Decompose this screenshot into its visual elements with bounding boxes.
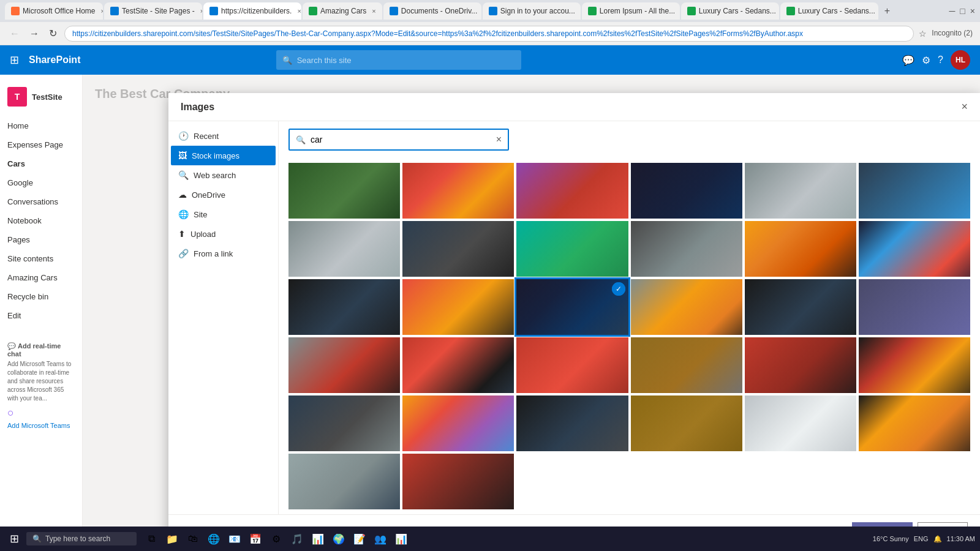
image-item-7[interactable] [288,221,400,277]
tab-close[interactable]: × [297,7,301,15]
taskbar-file-explorer[interactable]: 📁 [162,529,182,549]
taskbar-store[interactable]: 🛍 [183,529,203,549]
tab-close[interactable]: × [100,7,103,15]
sidebar-item-recycle-bin[interactable]: Recycle bin [0,287,82,306]
image-item-26[interactable] [402,395,514,451]
taskbar-app-2[interactable]: 📅 [246,529,265,549]
image-search-box[interactable]: 🔍 car × [288,129,509,151]
image-item-5[interactable] [745,163,856,219]
modal-close-button[interactable]: × [961,100,968,113]
tab-luxury-cars-1[interactable]: Luxury Cars - Sedans... × [681,2,779,20]
image-item-1[interactable] [288,163,400,219]
image-item-14[interactable] [402,279,514,335]
sidebar-item-amazing-cars[interactable]: Amazing Cars [0,268,82,287]
search-clear-button[interactable]: × [496,134,502,145]
profile-icon[interactable]: Incognito (2) [932,29,973,39]
modal-nav-web-search[interactable]: 🔍 Web search [168,165,278,185]
image-item-9[interactable] [516,221,628,277]
image-item-12[interactable] [859,221,970,277]
image-item-11[interactable] [745,221,856,277]
image-item-21[interactable] [516,337,628,393]
image-item-15-selected[interactable]: ✓ [516,279,628,335]
new-tab-button[interactable]: + [880,3,895,19]
tab-close[interactable]: × [200,7,202,15]
sharepoint-search-input[interactable] [297,56,515,65]
sidebar-item-edit[interactable]: Edit [0,306,82,325]
image-item-2[interactable] [402,163,514,219]
image-item-6[interactable] [859,163,970,219]
taskbar-excel[interactable]: 📊 [391,529,411,549]
tab-microsoft-office[interactable]: Microsoft Office Home × [5,2,103,20]
bookmark-icon[interactable]: ☆ [919,29,927,39]
modal-nav-recent[interactable]: 🕐 Recent [168,126,278,146]
image-item-4[interactable] [631,163,742,219]
tab-testsite[interactable]: TestSite - Site Pages - × [104,2,202,20]
tab-onedrive[interactable]: Documents - OneDriv... × [383,2,481,20]
image-item-22[interactable] [631,337,742,393]
sidebar-item-cars[interactable]: Cars [0,154,82,173]
image-item-18[interactable] [859,279,970,335]
user-avatar[interactable]: HL [951,50,970,70]
modal-nav-onedrive[interactable]: ☁ OneDrive [168,185,278,204]
taskbar-search[interactable]: 🔍 Type here to search [26,532,137,545]
taskbar-app-5[interactable]: 📊 [308,529,328,549]
settings-icon[interactable]: ⚙ [922,54,930,66]
image-item-17[interactable] [745,279,856,335]
taskbar-teams[interactable]: 👥 [371,529,390,549]
minimize-button[interactable]: ─ [949,6,955,16]
modal-nav-stock-images[interactable]: 🖼 Stock images [171,146,276,165]
site-logo[interactable]: T TestSite [0,82,82,111]
sidebar-item-site-contents[interactable]: Site contents [0,249,82,268]
taskbar-app-4[interactable]: 🎵 [287,529,307,549]
image-item-23[interactable] [745,337,856,393]
image-item-32[interactable] [402,454,514,509]
image-search-input[interactable]: car [311,135,491,144]
taskbar-app-3[interactable]: ⚙ [266,529,286,549]
taskbar-chrome[interactable]: 🌍 [329,529,349,549]
maximize-button[interactable]: □ [960,6,965,16]
image-item-31[interactable] [288,454,400,509]
image-item-13[interactable] [288,279,400,335]
image-item-27[interactable] [516,395,628,451]
sidebar-item-home[interactable]: Home [0,116,82,135]
waffle-icon[interactable]: ⊞ [10,53,19,67]
image-item-24[interactable] [859,337,970,393]
sidebar-item-pages[interactable]: Pages [0,230,82,249]
tab-amazing-cars[interactable]: Amazing Cars × [303,2,382,20]
forward-button[interactable]: → [27,27,42,40]
close-button[interactable]: × [970,6,975,16]
modal-nav-from-link[interactable]: 🔗 From a link [168,244,278,263]
taskbar-edge[interactable]: 🌐 [204,529,224,549]
image-item-20[interactable] [402,337,514,393]
image-item-28[interactable] [631,395,742,451]
image-item-29[interactable] [745,395,856,451]
image-item-16[interactable] [631,279,742,335]
address-input[interactable] [64,26,914,42]
tab-lorem-ipsum[interactable]: Lorem Ipsum - All the... × [582,2,680,20]
tab-signin[interactable]: Sign in to your accou... × [483,2,581,20]
taskbar-notifications[interactable]: 🔔 [933,535,942,543]
modal-nav-upload[interactable]: ⬆ Upload [168,224,278,244]
sharepoint-search-box[interactable]: 🔍 [276,50,521,70]
help-icon[interactable]: ? [938,54,943,66]
sidebar-item-expenses[interactable]: Expenses Page [0,135,82,154]
refresh-button[interactable]: ↻ [47,26,59,40]
taskbar-task-view[interactable]: ⧉ [141,529,161,549]
taskbar-app-6[interactable]: 📝 [350,529,369,549]
modal-nav-site[interactable]: 🌐 Site [168,204,278,224]
start-button[interactable]: ⊞ [5,530,24,548]
image-item-25[interactable] [288,395,400,451]
taskbar-app-1[interactable]: 📧 [225,529,244,549]
back-button[interactable]: ← [7,27,22,40]
image-item-10[interactable] [631,221,742,277]
image-item-8[interactable] [402,221,514,277]
sidebar-item-google[interactable]: Google [0,173,82,192]
tab-luxury-cars-2[interactable]: Luxury Cars - Sedans... × [780,2,878,20]
image-item-19[interactable] [288,337,400,393]
sidebar-item-conversations[interactable]: Conversations [0,192,82,211]
image-item-3[interactable] [516,163,628,219]
chat-icon[interactable]: 💬 [902,54,914,66]
tab-citizenbuilders[interactable]: https://citizenbuilders. × [203,2,301,20]
image-item-30[interactable] [859,395,970,451]
add-teams-link[interactable]: Add Microsoft Teams [7,422,75,429]
